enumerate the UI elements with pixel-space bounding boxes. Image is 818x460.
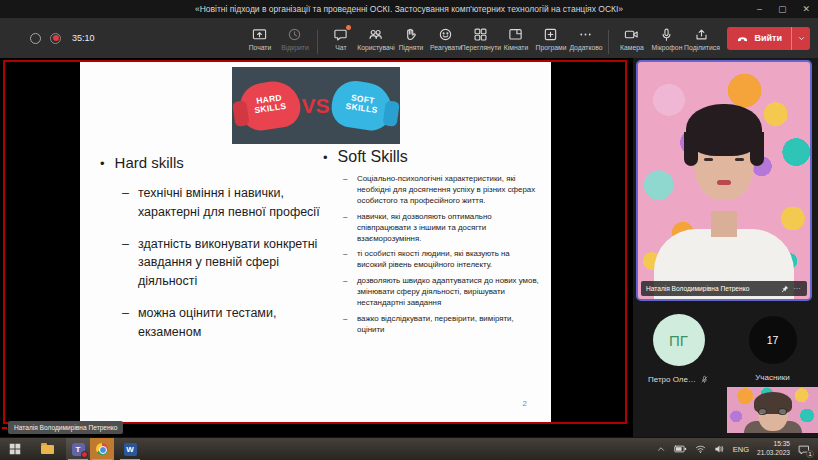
battery-icon[interactable] [674,444,687,454]
participants-button[interactable]: Користувачі [358,22,393,51]
speaker-icon[interactable] [714,444,725,454]
hard-skills-bullets: технічні вміння і навички, характерні дл… [100,184,322,341]
bullet-item: дозволяють швидко адаптуватися до нових … [357,276,541,309]
chat-icon [333,27,348,42]
chrome-icon [96,443,108,455]
glasses-left-lens [758,408,767,415]
video-name-bar: Наталія Володимирівна Петренко … [641,281,807,296]
raised-hand-icon [403,27,418,42]
start-button[interactable]: Почати [242,22,277,51]
chat-button[interactable]: Чат [323,22,358,51]
microphone-icon [659,27,674,42]
windows-logo-icon [9,443,21,455]
tray-expand-icon[interactable] [656,444,666,454]
hard-vs-soft-image: HARD SKILLS SOFT SKILLS VS [232,67,400,144]
clock-time: 15:35 [773,440,790,449]
hangup-icon [736,32,749,45]
action-center-button[interactable]: 1 [798,444,810,455]
windows-taskbar: T W ENG 15:35 21.03.2023 1 [0,437,818,460]
camera-button[interactable]: Камера [614,22,649,51]
more-button[interactable]: Додатково [568,22,603,51]
toolbar-buttons: Почати Відкрити Чат Корис [242,22,719,54]
more-ellipsis-icon [578,27,593,42]
meeting-status-icon [30,33,41,44]
hard-skills-title: • Hard skills [100,154,322,171]
file-explorer-button[interactable] [34,438,60,460]
titlebar: «Новітні підходи в організації та провед… [0,0,818,18]
apps-button[interactable]: Програми [533,22,568,51]
system-tray: ENG 15:35 21.03.2023 1 [656,440,818,458]
chrome-taskbar-button[interactable] [90,438,114,460]
avatar: ПГ [653,314,705,366]
bullet-item: Соціально-психологічні характеристики, я… [357,174,541,207]
react-button[interactable]: Реагувати [428,22,463,51]
chevron-down-icon [797,34,806,43]
teams-notification-badge [81,451,88,458]
window-controls: – ▢ ✕ [757,0,810,18]
taskbar-clock[interactable]: 15:35 21.03.2023 [757,440,790,458]
vs-text: VS [301,94,329,118]
language-indicator[interactable]: ENG [733,445,749,454]
leave-split-button: Вийти [727,27,810,50]
recording-indicators: 35:10 [30,33,95,44]
red-boxing-glove: HARD SKILLS [237,78,303,133]
share-screen-icon [252,27,267,42]
main-speaker-video[interactable]: Наталія Володимирівна Петренко … [636,60,812,301]
rooms-button[interactable]: Кімнати [498,22,533,51]
leave-button[interactable]: Вийти [727,27,791,50]
participants-count: 17 [749,316,797,364]
speaker-lips [717,180,731,185]
network-icon[interactable] [695,444,706,454]
participants-label: Учасники [755,373,790,382]
grid-view-icon [473,27,488,42]
participants-count-tile[interactable]: 17 Учасники [734,314,812,384]
presenter-name-overlay: Наталія Володимирівна Петренко [8,421,123,434]
self-view-video[interactable] [727,387,818,433]
blue-boxing-glove: SOFT SKILLS [329,78,395,133]
shared-screen-area: HARD SKILLS SOFT SKILLS VS • Hard skills… [0,58,633,437]
bullet-item: важко відслідкувати, перевірити, вимірят… [357,314,541,336]
raise-hand-button[interactable]: Підняти [393,22,428,51]
notification-count-badge: 1 [806,450,814,458]
meeting-toolbar: 35:10 Почати Відкрити [0,18,818,58]
meeting-title: «Новітні підходи в організації та провед… [60,4,758,14]
meeting-stage: HARD SKILLS SOFT SKILLS VS • Hard skills… [0,58,818,437]
participant-tiles: ПГ Петро Оле… 17 Учасники [633,314,818,384]
apps-plus-icon [543,27,558,42]
speaker-name: Наталія Володимирівна Петренко [646,285,777,292]
slide-page-number: 2 [523,399,527,408]
speaker-hair [686,104,762,156]
leave-label: Вийти [754,33,782,43]
folder-icon [41,445,54,454]
bullet-item: технічні вміння і навички, характерні дл… [138,184,322,222]
share-button[interactable]: Поділитися [684,22,719,51]
soft-skills-bullets: Соціально-психологічні характеристики, я… [323,174,541,336]
video-more-options[interactable]: … [793,287,802,290]
minimize-button[interactable]: – [757,5,762,14]
speaker-neck [711,211,737,237]
teams-meeting-window: «Новітні підходи в організації та провед… [0,0,818,460]
smiley-icon [438,27,453,42]
participant-name: Петро Оле… [648,375,696,384]
leave-options-button[interactable] [791,27,810,50]
chat-notification-badge [346,25,351,30]
start-button[interactable] [2,438,28,460]
open-button[interactable]: Відкрити [277,22,312,51]
close-button[interactable]: ✕ [802,5,810,14]
share-indicator-dash [2,427,7,429]
participant-tile[interactable]: ПГ Петро Оле… [640,314,718,384]
meeting-timer: 35:10 [72,33,95,43]
microphone-button[interactable]: Мікрофон [649,22,684,51]
teams-icon: T [72,443,85,456]
mic-muted-icon [700,375,709,384]
glasses-right-lens [778,408,787,415]
clock-icon [287,27,302,42]
teams-taskbar-button[interactable]: T [66,438,90,460]
breakout-rooms-icon [508,27,523,42]
toolbar-divider [608,30,609,54]
view-button[interactable]: Переглянути [463,22,498,51]
maximize-button[interactable]: ▢ [778,5,787,14]
word-taskbar-button[interactable]: W [118,438,142,460]
bullet-item: навички, які дозволяють оптимально співп… [357,212,541,245]
people-icon [368,27,383,42]
